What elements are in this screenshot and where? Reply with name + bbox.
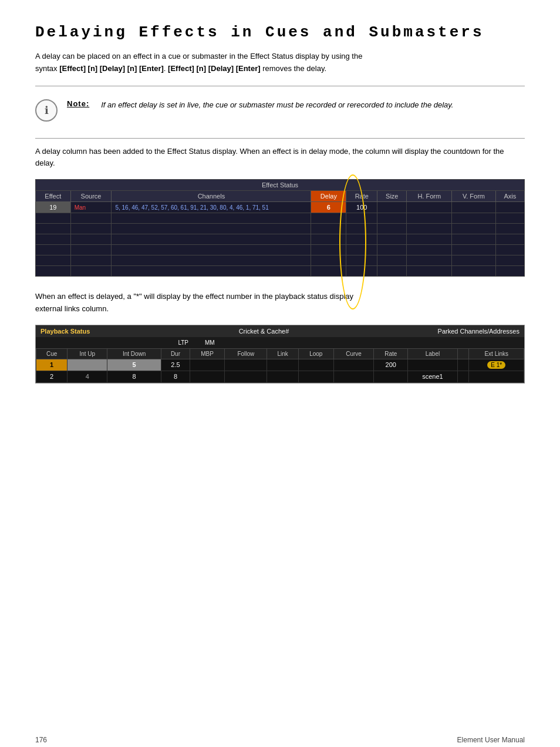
pb-col-mbp: MBP — [190, 348, 225, 359]
pb-curve-1 — [333, 359, 373, 371]
pb-extlinks-2 — [469, 371, 524, 382]
pb-rate-2 — [374, 371, 408, 382]
effect-col-effect: Effect — [36, 191, 71, 202]
pb-extlinks-1: E 1* — [469, 359, 524, 371]
pb-col-loop: Loop — [298, 348, 333, 359]
pb-col-label: Label — [408, 348, 457, 359]
manual-title: Element User Manual — [457, 736, 525, 744]
pb-empty-2 — [457, 371, 469, 382]
pb-col-intdown: Int Down — [107, 348, 161, 359]
playback-ltp-label: LTP — [36, 338, 200, 347]
pb-mbp-2 — [190, 371, 225, 382]
pb-link-1 — [267, 359, 298, 371]
effect-channels: 5, 16, 46, 47, 52, 57, 60, 61, 91, 21, 3… — [112, 202, 311, 213]
effect-vform — [452, 202, 496, 213]
intro-paragraph: A delay can be placed on an effect in a … — [35, 51, 525, 75]
effect-hform — [407, 202, 452, 213]
intro-mid: . — [164, 64, 168, 73]
pb-follow-1 — [225, 359, 267, 371]
pb-follow-2 — [225, 371, 267, 382]
pb-empty-1 — [457, 359, 469, 371]
playback-status-wrapper: Playback Status Cricket & Cache# Parked … — [35, 325, 525, 383]
pb-col-extlinks: Ext Links — [469, 348, 524, 359]
playback-right-label: Parked Channels/Addresses — [438, 328, 519, 335]
pb-intup-1 — [68, 359, 107, 371]
effect-col-source: Source — [70, 191, 112, 202]
pb-label-1 — [408, 359, 457, 371]
pb-col-intup: Int Up — [68, 348, 107, 359]
note-box: ℹ Note: If an effect delay is set in liv… — [35, 93, 525, 127]
pb-col-follow: Follow — [225, 348, 267, 359]
note-icon: ℹ — [35, 99, 58, 122]
when-text-1: When an effect is delayed, a "*" will di… — [35, 292, 353, 301]
pb-col-dur: Dur — [161, 348, 190, 359]
pb-col-link: Link — [267, 348, 298, 359]
playback-row-2: 2 4 8 8 scene1 — [36, 371, 524, 382]
page-footer: 176 Element User Manual — [35, 736, 525, 744]
pb-link-2 — [267, 371, 298, 382]
pb-col-empty — [457, 348, 469, 359]
top-divider — [35, 86, 525, 86]
note-text: If an effect delay is set in live, the c… — [101, 99, 453, 111]
bottom-divider — [35, 138, 525, 139]
pb-col-rate: Rate — [374, 348, 408, 359]
effect-row-1: 19 Man 5, 16, 46, 47, 52, 57, 60, 61, 91… — [36, 202, 525, 213]
effect-row-3 — [36, 224, 525, 234]
playback-table: Cue Int Up Int Down Dur MBP Follow Link … — [36, 348, 524, 383]
playback-outer: Playback Status Cricket & Cache# Parked … — [35, 325, 525, 383]
when-text-2: external links column. — [35, 304, 109, 313]
effect-col-axis: Axis — [495, 191, 524, 202]
effect-col-vform: V. Form — [452, 191, 496, 202]
effect-num: 19 — [36, 202, 71, 213]
pb-label-2: scene1 — [408, 371, 457, 382]
effect-col-delay: Delay — [311, 191, 346, 202]
pb-rate-1: 200 — [374, 359, 408, 371]
note-label: Note: — [67, 99, 89, 108]
effect-row-2 — [36, 213, 525, 224]
effect-row-6 — [36, 255, 525, 266]
effect-row-7 — [36, 266, 525, 277]
pb-cue-1: 1 — [36, 359, 68, 371]
intro-bold2: [Effect] [n] [Delay] [Enter] — [168, 64, 260, 73]
intro-end: removes the delay. — [261, 64, 326, 73]
effect-axis — [495, 202, 524, 213]
playback-title: Playback Status — [41, 328, 90, 335]
pb-dur-1: 2.5 — [161, 359, 190, 371]
playback-row-1: 1 5 2.5 200 E 1* — [36, 359, 524, 371]
effect-col-rate: Rate — [346, 191, 377, 202]
playback-subheader: LTP MM — [36, 337, 524, 348]
page-number: 176 — [35, 736, 47, 744]
effect-col-hform: H. Form — [407, 191, 452, 202]
playback-center-label: Cricket & Cache# — [239, 328, 289, 335]
pb-loop-1 — [298, 359, 333, 371]
playback-header-row: Playback Status Cricket & Cache# Parked … — [36, 325, 524, 337]
page-title: Delaying Effects in Cues and Submasters — [35, 23, 525, 41]
pb-curve-2 — [333, 371, 373, 382]
effect-row-4 — [36, 234, 525, 245]
pb-col-curve: Curve — [333, 348, 373, 359]
pb-mbp-1 — [190, 359, 225, 371]
effect-col-channels: Channels — [112, 191, 311, 202]
note-content: Note: If an effect delay is set in live,… — [67, 99, 453, 111]
effect-col-size: Size — [377, 191, 407, 202]
playback-mm-label: MM — [200, 338, 220, 347]
intro-bold1: [Effect] [n] [Delay] [n] [Enter] — [59, 64, 164, 73]
pb-intdown-2: 8 — [107, 371, 161, 382]
pb-cue-2: 2 — [36, 371, 68, 382]
pb-intdown-1: 5 — [107, 359, 161, 371]
effect-status-wrapper: Effect Status Effect Source Channels Del… — [35, 179, 525, 277]
pb-loop-2 — [298, 371, 333, 382]
body-text: A delay column has been added to the Eff… — [35, 146, 525, 170]
pb-intup-2: 4 — [68, 371, 107, 382]
effect-status-table: Effect Status Effect Source Channels Del… — [35, 179, 525, 277]
when-text: When an effect is delayed, a "*" will di… — [35, 291, 525, 315]
intro-text-line1: A delay can be placed on an effect in a … — [35, 52, 362, 60]
effect-status-title: Effect Status — [36, 180, 525, 191]
effect-size — [377, 202, 407, 213]
effect-source: Man — [70, 202, 112, 213]
effect-row-5 — [36, 245, 525, 255]
intro-text-line2-plain: syntax — [35, 64, 59, 73]
pb-dur-2: 8 — [161, 371, 190, 382]
effect-rate: 100 — [346, 202, 377, 213]
pb-col-cue: Cue — [36, 348, 68, 359]
